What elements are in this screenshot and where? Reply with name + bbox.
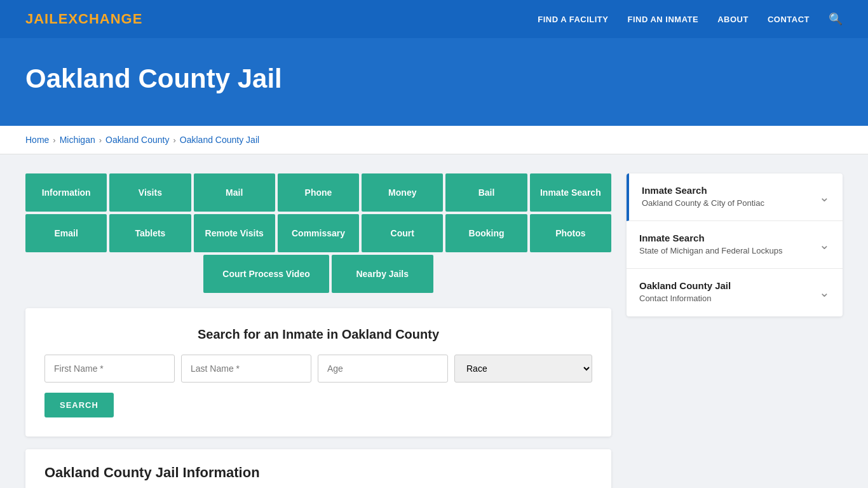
sidebar-item-subtitle-1: State of Michigan and Federal Lockups xyxy=(639,245,813,257)
btn-tablets[interactable]: Tablets xyxy=(109,214,191,252)
breadcrumb-michigan[interactable]: Michigan xyxy=(60,135,95,145)
main-nav: FIND A FACILITY FIND AN INMATE ABOUT CON… xyxy=(538,12,843,26)
btn-nearby-jails[interactable]: Nearby Jails xyxy=(332,255,433,293)
sidebar-card: Inmate Search Oakland County & City of P… xyxy=(627,173,843,316)
chevron-icon-1: ⌄ xyxy=(819,237,830,252)
search-title: Search for an Inmate in Oakland County xyxy=(44,327,592,342)
btn-phone[interactable]: Phone xyxy=(278,173,359,212)
left-column: Information Visits Mail Phone Money Bail… xyxy=(25,173,611,488)
search-fields: Race White Black Hispanic Asian Other xyxy=(44,355,592,383)
nav-about[interactable]: ABOUT xyxy=(717,15,749,24)
sidebar-item-subtitle-0: Oakland County & City of Pontiac xyxy=(642,198,813,209)
page-title: Oakland County Jail xyxy=(25,64,843,94)
btn-photos[interactable]: Photos xyxy=(530,214,611,252)
nav-buttons-row1: Information Visits Mail Phone Money Bail… xyxy=(25,173,611,212)
btn-money[interactable]: Money xyxy=(362,173,443,212)
info-title: Oakland County Jail Information xyxy=(44,464,592,481)
main-content: Information Visits Mail Phone Money Bail… xyxy=(0,154,868,488)
first-name-input[interactable] xyxy=(44,355,175,383)
btn-bail[interactable]: Bail xyxy=(445,173,527,212)
search-button[interactable]: SEARCH xyxy=(44,393,114,417)
hero-section: Oakland County Jail xyxy=(0,38,868,126)
site-logo[interactable]: JAILEXCHANGE xyxy=(25,11,142,27)
info-section: Oakland County Jail Information xyxy=(25,449,611,488)
nav-buttons-row3: Court Process Video Nearby Jails xyxy=(25,255,611,293)
chevron-icon-0: ⌄ xyxy=(819,189,830,205)
age-input[interactable] xyxy=(318,355,448,383)
sidebar-item-text-1: Inmate Search State of Michigan and Fede… xyxy=(639,233,813,257)
breadcrumb-oakland-county[interactable]: Oakland County xyxy=(105,135,169,145)
breadcrumb-sep1: › xyxy=(53,135,55,145)
btn-email[interactable]: Email xyxy=(25,214,107,252)
btn-mail[interactable]: Mail xyxy=(194,173,275,212)
logo-part1: JAIL xyxy=(25,11,58,27)
nav-find-facility[interactable]: FIND A FACILITY xyxy=(538,15,608,24)
breadcrumb-sep3: › xyxy=(173,135,175,145)
breadcrumb: Home › Michigan › Oakland County › Oakla… xyxy=(0,126,868,154)
sidebar-item-title-1: Inmate Search xyxy=(639,233,813,243)
btn-inmate-search[interactable]: Inmate Search xyxy=(530,173,611,212)
nav-contact[interactable]: CONTACT xyxy=(768,15,810,24)
btn-commissary[interactable]: Commissary xyxy=(278,214,359,252)
race-select[interactable]: Race White Black Hispanic Asian Other xyxy=(454,355,592,383)
sidebar-item-2[interactable]: Oakland County Jail Contact Information … xyxy=(627,269,843,316)
logo-exchange: E xyxy=(58,11,69,27)
site-header: JAILEXCHANGE FIND A FACILITY FIND AN INM… xyxy=(0,0,868,38)
last-name-input[interactable] xyxy=(181,355,311,383)
breadcrumb-sep2: › xyxy=(99,135,102,145)
btn-booking[interactable]: Booking xyxy=(445,214,527,252)
btn-remote-visits[interactable]: Remote Visits xyxy=(194,214,275,252)
btn-court[interactable]: Court xyxy=(362,214,443,252)
sidebar-item-0[interactable]: Inmate Search Oakland County & City of P… xyxy=(627,173,843,221)
nav-buttons-row2: Email Tablets Remote Visits Commissary C… xyxy=(25,214,611,252)
right-sidebar: Inmate Search Oakland County & City of P… xyxy=(627,173,843,488)
nav-find-inmate[interactable]: FIND AN INMATE xyxy=(627,15,698,24)
sidebar-item-text-2: Oakland County Jail Contact Information xyxy=(639,280,813,304)
sidebar-item-1[interactable]: Inmate Search State of Michigan and Fede… xyxy=(627,221,843,269)
inmate-search-box: Search for an Inmate in Oakland County R… xyxy=(25,308,611,437)
sidebar-item-title-0: Inmate Search xyxy=(642,185,813,196)
chevron-icon-2: ⌄ xyxy=(819,285,830,300)
btn-court-process-video[interactable]: Court Process Video xyxy=(203,255,329,293)
breadcrumb-jail[interactable]: Oakland County Jail xyxy=(180,135,259,145)
sidebar-item-subtitle-2: Contact Information xyxy=(639,293,813,304)
sidebar-item-title-2: Oakland County Jail xyxy=(639,280,813,291)
breadcrumb-home[interactable]: Home xyxy=(25,135,49,145)
search-icon[interactable]: 🔍 xyxy=(829,12,843,26)
btn-information[interactable]: Information xyxy=(25,173,107,212)
btn-visits[interactable]: Visits xyxy=(109,173,191,212)
sidebar-item-text-0: Inmate Search Oakland County & City of P… xyxy=(642,185,813,209)
logo-part2: XCHANGE xyxy=(68,11,142,27)
